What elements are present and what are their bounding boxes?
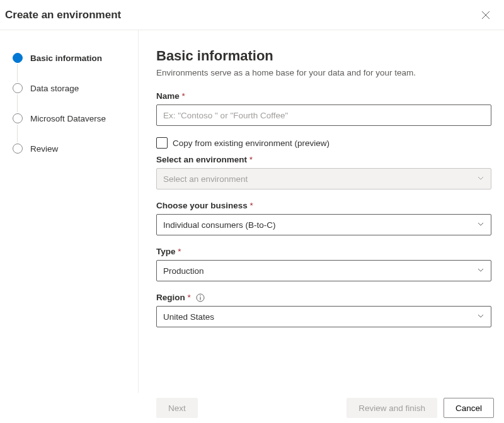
select-env-value: Select an environment [163, 174, 248, 184]
form-main: Basic information Environments serve as … [139, 30, 504, 393]
business-value: Individual consumers (B-to-C) [163, 220, 276, 230]
step-indicator-icon [13, 83, 23, 93]
region-value: United States [163, 312, 214, 322]
copy-checkbox[interactable] [156, 137, 168, 149]
step-indicator-icon [13, 53, 23, 63]
field-business: Choose your business * Individual consum… [156, 201, 491, 235]
close-icon [481, 11, 490, 20]
type-dropdown[interactable]: Production [156, 260, 491, 281]
step-label: Data storage [30, 84, 79, 93]
step-label: Review [30, 144, 58, 154]
dialog-body: Basic information Data storage Microsoft… [0, 30, 504, 393]
name-label: Name * [156, 91, 491, 101]
business-label: Choose your business * [156, 201, 491, 210]
form-subtitle: Environments serve as a home base for yo… [156, 68, 491, 77]
step-list: Basic information Data storage Microsoft… [13, 50, 128, 156]
step-label: Microsoft Dataverse [30, 114, 106, 123]
step-microsoft-dataverse[interactable]: Microsoft Dataverse [13, 111, 128, 126]
field-region: Region * United States [156, 293, 491, 327]
region-dropdown[interactable]: United States [156, 306, 491, 327]
name-input[interactable] [156, 104, 491, 126]
region-label: Region * [156, 293, 491, 302]
chevron-down-icon [477, 174, 484, 184]
field-name: Name * [156, 91, 491, 126]
info-icon[interactable] [196, 293, 205, 302]
chevron-down-icon [477, 266, 484, 276]
next-button: Next [156, 398, 198, 418]
svg-rect-2 [200, 297, 200, 300]
copy-checkbox-row[interactable]: Copy from existing environment (preview) [156, 137, 491, 149]
type-label: Type * [156, 247, 491, 256]
step-indicator-icon [13, 144, 23, 154]
cancel-button[interactable]: Cancel [444, 398, 494, 418]
chevron-down-icon [477, 312, 484, 322]
field-select-environment: Select an environment * Select an enviro… [156, 155, 491, 189]
chevron-down-icon [477, 220, 484, 230]
field-type: Type * Production [156, 247, 491, 281]
close-button[interactable] [478, 7, 494, 23]
step-review[interactable]: Review [13, 141, 128, 156]
dialog-footer: Next Review and finish Cancel [0, 393, 504, 423]
select-env-label: Select an environment * [156, 155, 491, 164]
dialog-header: Create an environment [0, 0, 504, 30]
type-value: Production [163, 266, 204, 276]
business-dropdown[interactable]: Individual consumers (B-to-C) [156, 214, 491, 235]
copy-checkbox-label: Copy from existing environment (preview) [173, 138, 329, 148]
step-basic-information[interactable]: Basic information [13, 50, 128, 65]
step-data-storage[interactable]: Data storage [13, 81, 128, 96]
dialog-title: Create an environment [5, 9, 121, 21]
footer-right: Review and finish Cancel [346, 398, 494, 418]
review-finish-button: Review and finish [346, 398, 437, 418]
step-indicator-icon [13, 113, 23, 123]
wizard-sidebar: Basic information Data storage Microsoft… [0, 30, 139, 393]
svg-point-1 [200, 296, 201, 297]
step-label: Basic information [30, 54, 102, 63]
form-heading: Basic information [156, 48, 491, 64]
select-env-dropdown: Select an environment [156, 168, 491, 189]
